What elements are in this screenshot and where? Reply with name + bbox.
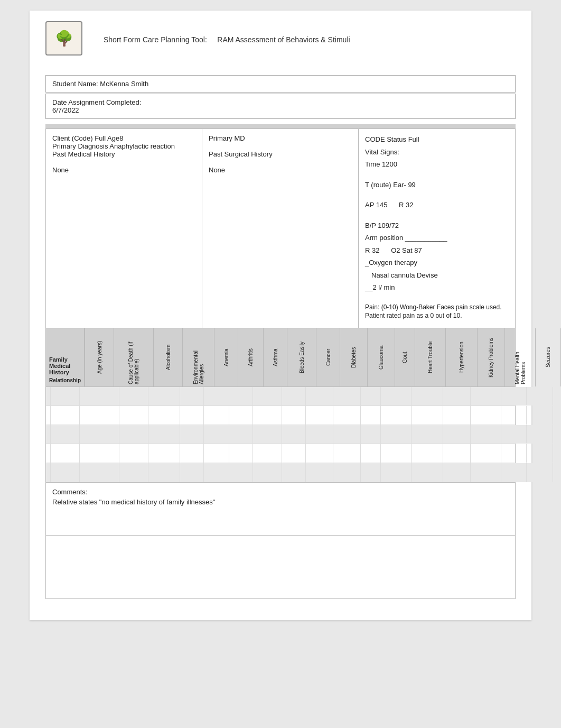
bp-value: B/P 109/72 [365,220,509,231]
fmh-data-cell [51,463,80,482]
fmh-data-cell [361,444,381,463]
fmh-data-cell [46,387,51,406]
fmh-data-cell [553,387,561,406]
col-hypertension: Hypertension [445,328,477,386]
fmh-data-cell [361,406,381,425]
fmh-data-cell [119,463,148,482]
col-env-allergies: Environmental Allergies [182,328,214,386]
fmh-data-cell [229,406,253,425]
fmh-data-cell [119,425,148,444]
fmh-data-cell [148,406,180,425]
temp-value: T (route) Ear- 99 [365,180,509,190]
fmh-data-cell [501,406,527,425]
fmh-data-cell [229,444,253,463]
three-column-section: Client (Code) Full Age8 Primary Diagnosi… [45,128,516,328]
fmh-data-cell [119,444,148,463]
fmh-title: Family Medical History [49,356,81,375]
fmh-data-cell [381,425,412,444]
fmh-data-cell [253,425,282,444]
fmh-data-cell [443,463,471,482]
code-status-column: CODE Status Full Vital Signs: Time 1200 … [359,129,515,328]
date-value: 6/7/2022 [52,106,509,114]
col-glaucoma: Glaucoma [367,328,395,386]
fmh-data-cell [180,406,204,425]
col-diabetes: Diabetes [340,328,367,386]
fmh-data-cell [471,406,501,425]
fmh-data-cell [51,425,80,444]
comments-box: Comments: Relative states "no medical hi… [45,483,516,536]
fmh-data-rows [46,387,515,482]
fmh-data-cell [306,444,333,463]
flow-rate: __2 l/ min [365,282,509,293]
fmh-data-cell [361,387,381,406]
title: RAM Assessment of Behaviors & Stimuli [217,35,350,44]
fmh-data-cell [204,463,229,482]
fmh-data-cell [412,463,443,482]
fmh-data-cell [253,387,282,406]
table-row [46,425,515,444]
fmh-section: Family Medical History Relationship Age … [45,328,516,483]
col-seizures: Seizures [535,328,560,386]
surgical-value: None [209,166,352,174]
fmh-data-cell [527,425,553,444]
fmh-data-cell [119,406,148,425]
col-asthma: Asthma [263,328,287,386]
fmh-title-cell: Family Medical History Relationship [46,328,85,386]
date-box: Date Assignment Completed: 6/7/2022 [45,94,516,119]
fmh-row-cells [51,406,561,425]
header-text: Short Form Care Planning Tool: RAM Asses… [104,35,350,44]
fmh-data-cell [306,463,333,482]
client-diagnosis-label: Primary Diagnosis Anaphylactic reaction [52,142,195,150]
fmh-data-cell [253,406,282,425]
table-row [46,406,515,425]
arm-position: Arm position ___________ [365,233,509,243]
fmh-data-cell [412,444,443,463]
fmh-data-cell [204,425,229,444]
fmh-data-cell [381,406,412,425]
fmh-data-cell [204,444,229,463]
comments-label: Comments: [52,488,509,496]
fmh-data-cell [471,463,501,482]
fmh-data-cell [229,387,253,406]
fmh-data-cell [180,444,204,463]
page-container: 🌳 Short Form Care Planning Tool: RAM Ass… [30,11,531,620]
fmh-data-cell [333,425,361,444]
col-bleeds-easily: Bleeds Easily [287,328,316,386]
fmh-data-cell [80,444,119,463]
ap-r-value: AP 145 R 32 [365,200,509,210]
fmh-data-cell [119,387,148,406]
primary-md-column: Primary MD Past Surgical History None [202,129,359,328]
fmh-data-cell [180,425,204,444]
fmh-data-cell [229,463,253,482]
fmh-data-cell [282,387,306,406]
fmh-data-cell [412,387,443,406]
fmh-relationship-label: Relationship [49,377,81,383]
col-arthritis: Arthritis [238,328,263,386]
r32-val: R 32 [365,246,379,254]
fmh-data-cell [180,387,204,406]
fmh-data-cell [553,406,561,425]
fmh-data-cell [282,444,306,463]
tree-icon: 🌳 [55,30,73,47]
fmh-data-cell [51,406,80,425]
fmh-row-cells [51,387,561,406]
logo-box: 🌳 [45,21,88,58]
bottom-space [45,536,516,599]
fmh-data-cell [443,425,471,444]
client-history-value: None [52,166,195,174]
col-anemia: Anemia [214,328,238,386]
fmh-data-cell [501,425,527,444]
table-row [46,444,515,463]
fmh-data-cell [148,387,180,406]
surgical-label: Past Surgical History [209,150,352,158]
table-row [46,387,515,406]
fmh-data-cell [381,387,412,406]
fmh-data-cell [527,463,553,482]
oxygen-therapy: _Oxygen therapy [365,257,509,268]
fmh-data-cell [527,444,553,463]
fmh-data-cell [80,425,119,444]
fmh-data-cell [443,444,471,463]
fmh-data-cell [527,406,553,425]
col-kidney-problems: Kidney Problems [477,328,504,386]
fmh-data-cell [361,463,381,482]
